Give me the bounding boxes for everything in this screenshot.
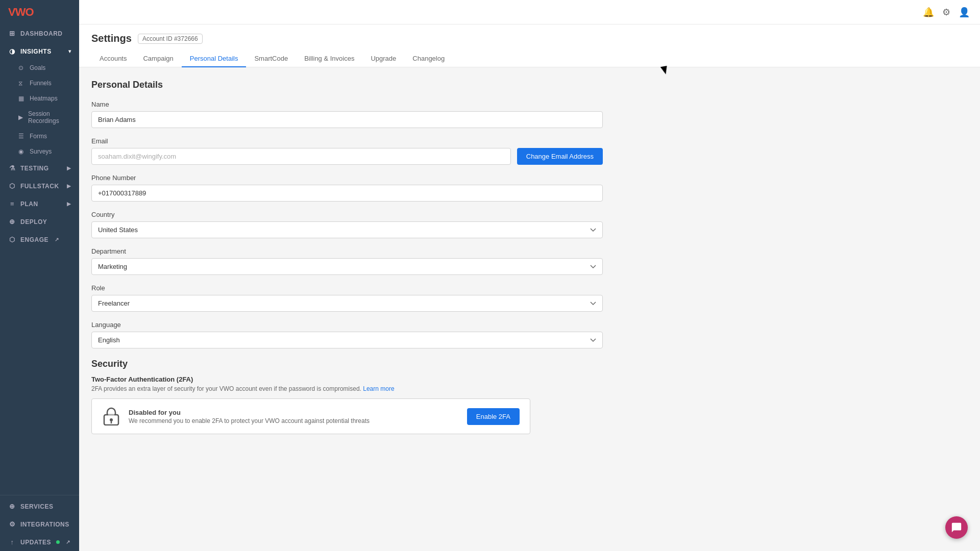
twofa-box: Disabled for you We recommend you to ena…	[91, 398, 530, 434]
insights-icon: ◑	[8, 47, 16, 55]
engage-icon: ⬡	[8, 236, 16, 243]
language-field-group: Language English French German Spanish P…	[91, 321, 603, 348]
sidebar-item-deploy[interactable]: ⊕ DEPLOY	[0, 213, 79, 231]
department-field-group: Department Marketing Engineering Sales P…	[91, 247, 603, 275]
email-input[interactable]	[91, 148, 511, 165]
security-section-title: Security	[91, 359, 603, 369]
notifications-icon[interactable]: 🔔	[923, 7, 934, 18]
updates-external-icon: ↗	[66, 539, 70, 545]
email-row: Change Email Address	[91, 148, 603, 165]
tab-campaign[interactable]: Campaign	[135, 51, 181, 67]
sidebar-label-integrations: INTEGRATIONS	[20, 521, 69, 528]
sidebar-label-services: SERVICES	[20, 503, 53, 510]
email-field-group: Email Change Email Address	[91, 137, 603, 165]
fullstack-icon: ⬡	[8, 182, 16, 190]
sidebar-item-integrations[interactable]: ⚙ INTEGRATIONS	[0, 515, 79, 533]
sidebar-item-testing[interactable]: ⚗ TESTING ▶	[0, 159, 79, 177]
name-input[interactable]	[91, 111, 603, 128]
sidebar-item-forms[interactable]: ☰ Forms	[0, 129, 79, 144]
user-icon[interactable]: 👤	[959, 7, 970, 18]
learn-more-link[interactable]: Learn more	[363, 385, 394, 392]
sidebar-item-session-recordings[interactable]: ▶ Session Recordings	[0, 106, 79, 129]
lock-icon-box	[102, 407, 120, 425]
language-label: Language	[91, 321, 603, 329]
tab-smartcode[interactable]: SmartCode	[246, 51, 296, 67]
heatmaps-icon: ▦	[18, 95, 26, 102]
sidebar-item-surveys[interactable]: ◉ Surveys	[0, 144, 79, 159]
sidebar-item-heatmaps[interactable]: ▦ Heatmaps	[0, 91, 79, 106]
settings-title-row: Settings Account ID #372666	[91, 33, 968, 44]
sidebar-item-services[interactable]: ⊕ SERVICES	[0, 497, 79, 515]
name-label: Name	[91, 101, 603, 108]
sidebar-item-insights[interactable]: ◑ INSIGHTS ▾	[0, 42, 79, 60]
phone-input[interactable]	[91, 185, 603, 202]
sidebar-label-dashboard: DASHBOARD	[20, 30, 63, 37]
sidebar-item-dashboard[interactable]: ⊞ DASHBOARD	[0, 24, 79, 42]
language-select[interactable]: English French German Spanish Portuguese	[91, 332, 603, 348]
role-label: Role	[91, 284, 603, 292]
goals-icon: ⊙	[18, 64, 26, 71]
dashboard-icon: ⊞	[8, 30, 16, 37]
sidebar-label-heatmaps: Heatmaps	[30, 95, 58, 102]
phone-label: Phone Number	[91, 174, 603, 182]
deploy-icon: ⊕	[8, 218, 16, 226]
settings-tabs: Accounts Campaign Personal Details Smart…	[91, 51, 968, 67]
fullstack-chevron: ▶	[67, 183, 71, 189]
updates-icon: ↑	[8, 538, 16, 546]
testing-chevron: ▶	[67, 165, 71, 171]
session-recordings-icon: ▶	[18, 114, 24, 121]
chat-button[interactable]	[945, 516, 968, 539]
country-field-group: Country United States United Kingdom Ind…	[91, 211, 603, 238]
name-field-group: Name	[91, 101, 603, 128]
department-label: Department	[91, 247, 603, 255]
sidebar-label-testing: TESTING	[20, 165, 49, 172]
account-id-badge: Account ID #372666	[138, 34, 203, 44]
country-select[interactable]: United States United Kingdom India Canad…	[91, 221, 603, 238]
sidebar-label-plan: PLAN	[20, 201, 38, 208]
sidebar-label-forms: Forms	[30, 133, 47, 140]
sidebar-label-updates: UPDATES	[20, 539, 51, 546]
plan-chevron: ▶	[67, 201, 71, 207]
sidebar-label-deploy: DEPLOY	[20, 218, 47, 226]
change-email-button[interactable]: Change Email Address	[517, 148, 603, 165]
sidebar-divider	[0, 495, 79, 495]
sidebar-label-funnels: Funnels	[30, 80, 52, 87]
sidebar-item-plan[interactable]: ≡ PLAN ▶	[0, 195, 79, 213]
sidebar-item-engage[interactable]: ⬡ ENGAGE ↗	[0, 231, 79, 248]
tab-personal-details[interactable]: Personal Details	[182, 51, 247, 67]
surveys-icon: ◉	[18, 148, 26, 155]
tab-upgrade[interactable]: Upgrade	[362, 51, 404, 67]
sidebar-item-updates[interactable]: ↑ UPDATES ↗	[0, 533, 79, 551]
twofa-status-desc: We recommend you to enable 2FA to protec…	[129, 417, 459, 424]
enable-2fa-button[interactable]: Enable 2FA	[467, 408, 520, 425]
security-section: Security Two-Factor Authentication (2FA)…	[91, 359, 603, 434]
sidebar-label-goals: Goals	[30, 64, 45, 71]
tab-accounts[interactable]: Accounts	[91, 51, 135, 67]
country-label: Country	[91, 211, 603, 218]
tab-changelog[interactable]: Changelog	[404, 51, 453, 67]
sidebar-label-session-recordings: Session Recordings	[28, 110, 71, 124]
sidebar-item-fullstack[interactable]: ⬡ FULLSTACK ▶	[0, 177, 79, 195]
email-label: Email	[91, 137, 603, 145]
sidebar-item-funnels[interactable]: ⧖ Funnels	[0, 76, 79, 91]
sidebar-label-fullstack: FULLSTACK	[20, 183, 59, 190]
role-select[interactable]: Freelancer Developer Manager Designer An…	[91, 295, 603, 312]
twofa-status: Disabled for you We recommend you to ena…	[129, 409, 459, 424]
sidebar-item-goals[interactable]: ⊙ Goals	[0, 60, 79, 76]
department-select[interactable]: Marketing Engineering Sales Product Desi…	[91, 258, 603, 275]
settings-icon[interactable]: ⚙	[942, 7, 950, 18]
plan-icon: ≡	[8, 200, 16, 208]
sidebar-label-insights: INSIGHTS	[20, 48, 52, 55]
forms-icon: ☰	[18, 133, 26, 140]
twofa-status-title: Disabled for you	[129, 409, 459, 416]
personal-details-section-title: Personal Details	[91, 80, 603, 90]
phone-field-group: Phone Number	[91, 174, 603, 202]
sidebar-bottom: ⊕ SERVICES ⚙ INTEGRATIONS ↑ UPDATES ↗	[0, 493, 79, 551]
twofa-description: 2FA provides an extra layer of security …	[91, 385, 603, 392]
logo: VWO	[0, 0, 79, 24]
twofa-label: Two-Factor Authentication (2FA)	[91, 375, 603, 383]
lock-icon	[103, 407, 119, 425]
form-area: Personal Details Name Email Change Email…	[79, 67, 615, 446]
tab-billing[interactable]: Billing & Invoices	[296, 51, 362, 67]
sidebar: VWO ⊞ DASHBOARD ◑ INSIGHTS ▾ ⊙ Goals ⧖ F…	[0, 0, 79, 551]
